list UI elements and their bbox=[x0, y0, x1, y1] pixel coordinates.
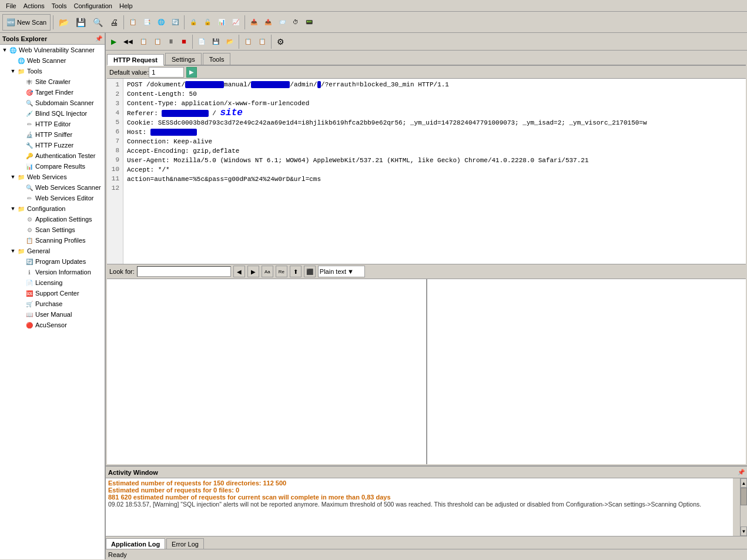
default-value-apply-btn[interactable]: ▶ bbox=[186, 67, 197, 78]
pin-icon[interactable]: 📌 bbox=[95, 35, 102, 42]
toolbar-search-btn[interactable]: 🔍 bbox=[90, 14, 106, 31]
tree-item-configuration[interactable]: ▼📁Configuration bbox=[0, 203, 105, 214]
play-btn[interactable]: ▶ bbox=[108, 33, 119, 50]
toolbar2-btn9[interactable]: 📂 bbox=[223, 33, 236, 50]
tree-item-program-updates[interactable]: 🔄Program Updates bbox=[0, 256, 105, 267]
tree-item-web-services-scanner[interactable]: 🔍Web Services Scanner bbox=[0, 182, 105, 193]
tree-item-tools[interactable]: ▼📁Tools bbox=[0, 66, 105, 76]
menu-file[interactable]: File bbox=[2, 2, 20, 10]
toolbar2: ▶ ◀◀ 📋 📋 ⏸ ⏹ 📄 💾 📂 📋 📋 ⚙ bbox=[106, 33, 747, 51]
left-split-panel[interactable] bbox=[107, 279, 427, 464]
scrollbar-down-btn[interactable]: ▼ bbox=[741, 527, 747, 536]
bottom-tab-app-log[interactable]: Application Log bbox=[106, 538, 165, 549]
tree-item-compare-results[interactable]: 📊Compare Results bbox=[0, 161, 105, 172]
tree-item-blind-sql-injector[interactable]: 💉Blind SQL Injector bbox=[0, 108, 105, 119]
tree-item-purchase[interactable]: 🛒Purchase bbox=[0, 299, 105, 309]
toolbar-btn-7[interactable]: 🌐 bbox=[155, 14, 168, 31]
search-btn-5[interactable]: ⬆ bbox=[290, 266, 302, 277]
tree-item-web-vuln-scanner[interactable]: ▼🌐Web Vulnerability Scanner bbox=[0, 45, 105, 55]
toolbar2-btn3[interactable]: 📋 bbox=[137, 33, 150, 50]
toolbar-open-btn[interactable]: 📂 bbox=[56, 14, 72, 31]
item-icon-version-information: ℹ bbox=[25, 267, 34, 277]
toolbar2-btn7[interactable]: 📄 bbox=[195, 33, 208, 50]
tree-item-site-crawler[interactable]: 🕷Site Crawler bbox=[0, 76, 105, 87]
toolbar-btn-16[interactable]: ⏱ bbox=[290, 14, 302, 31]
search-type-dropdown[interactable]: Plain text ▼ bbox=[318, 266, 365, 277]
search-next-btn[interactable]: ▶ bbox=[247, 266, 259, 277]
toolbar-btn-12[interactable]: 📈 bbox=[229, 14, 242, 31]
search-regex-btn[interactable]: Re bbox=[276, 266, 287, 277]
tree-item-support-center[interactable]: 🆘Support Center bbox=[0, 288, 105, 299]
panel-header: Tools Explorer 📌 bbox=[0, 33, 105, 45]
search-btn-6[interactable]: ⬛ bbox=[304, 266, 316, 277]
bottom-tab-error-log[interactable]: Error Log bbox=[166, 538, 204, 549]
toolbar2-btn4[interactable]: 📋 bbox=[151, 33, 164, 50]
scrollbar-thumb[interactable] bbox=[741, 488, 747, 505]
tree-container[interactable]: ▼🌐Web Vulnerability Scanner 🌐Web Scanner… bbox=[0, 45, 105, 559]
item-label-web-services-editor: Web Services Editor bbox=[35, 195, 93, 202]
toolbar-btn-17[interactable]: 📟 bbox=[303, 14, 316, 31]
tree-item-http-fuzzer[interactable]: 🔧HTTP Fuzzer bbox=[0, 140, 105, 150]
stop-btn[interactable]: ⏹ bbox=[178, 33, 190, 50]
rewind-btn[interactable]: ◀◀ bbox=[120, 33, 136, 50]
toolbar-btn-14[interactable]: 📤 bbox=[262, 14, 274, 31]
tree-item-http-sniffer[interactable]: 🔬HTTP Sniffer bbox=[0, 129, 105, 140]
tree-item-web-scanner[interactable]: 🌐Web Scanner bbox=[0, 55, 105, 66]
toolbar2-btn10[interactable]: 📋 bbox=[242, 33, 254, 50]
menu-configuration[interactable]: Configuration bbox=[71, 2, 116, 10]
toolbar2-btn8[interactable]: 💾 bbox=[209, 33, 222, 50]
activity-pin-icon[interactable]: 📌 bbox=[738, 469, 745, 475]
status-bar: Ready bbox=[106, 549, 747, 559]
new-scan-button[interactable]: 🆕 New Scan bbox=[2, 14, 51, 31]
tree-item-web-services-editor[interactable]: ✏Web Services Editor bbox=[0, 193, 105, 203]
menu-help[interactable]: Help bbox=[116, 2, 136, 10]
menu-actions[interactable]: Actions bbox=[20, 2, 48, 10]
tree-item-http-editor[interactable]: ✏HTTP Editor bbox=[0, 119, 105, 129]
item-icon-acusensor: 🔴 bbox=[25, 320, 34, 330]
search-case-btn[interactable]: Aa bbox=[262, 266, 273, 277]
tree-item-version-information[interactable]: ℹVersion Information bbox=[0, 267, 105, 277]
right-split-panel[interactable] bbox=[427, 279, 746, 464]
toolbar-btn-8[interactable]: 🔄 bbox=[169, 14, 182, 31]
toolbar-btn-9[interactable]: 🔒 bbox=[187, 14, 200, 31]
gear-icon: ⚙ bbox=[277, 37, 284, 46]
tree-item-web-services[interactable]: ▼📁Web Services bbox=[0, 172, 105, 182]
tree-item-licensing[interactable]: 📄Licensing bbox=[0, 277, 105, 288]
tree-item-acusensor[interactable]: 🔴AcuSensor bbox=[0, 320, 105, 330]
default-value-input[interactable] bbox=[149, 67, 184, 78]
default-value-label: Default value: bbox=[109, 69, 149, 76]
tab-tools[interactable]: Tools bbox=[203, 53, 231, 65]
activity-title: Activity Window bbox=[108, 469, 158, 476]
search-icon: 🔍 bbox=[93, 18, 103, 27]
toolbar-btn-10[interactable]: 🔓 bbox=[201, 14, 214, 31]
tree-item-general[interactable]: ▼📁General bbox=[0, 246, 105, 256]
item-label-http-fuzzer: HTTP Fuzzer bbox=[35, 142, 73, 149]
tree-item-subdomain-scanner[interactable]: 🔍Subdomain Scanner bbox=[0, 98, 105, 108]
toolbar-save-btn[interactable]: 💾 bbox=[73, 14, 89, 31]
item-icon-blind-sql-injector: 💉 bbox=[25, 109, 34, 118]
toolbar-btn-5[interactable]: 📋 bbox=[126, 14, 139, 31]
tab-http-request[interactable]: HTTP Request bbox=[107, 54, 164, 66]
toolbar-btn-6[interactable]: 📑 bbox=[140, 14, 153, 31]
toolbar2-btn11[interactable]: 📋 bbox=[256, 33, 269, 50]
toolbar-print-btn[interactable]: 🖨 bbox=[107, 14, 121, 31]
toolbar-btn-15[interactable]: 📨 bbox=[276, 14, 289, 31]
split-area bbox=[107, 279, 746, 464]
activity-scrollbar[interactable]: ▲ ▼ bbox=[740, 478, 747, 536]
tree-item-application-settings[interactable]: ⚙Application Settings bbox=[0, 214, 105, 224]
gear-btn[interactable]: ⚙ bbox=[274, 33, 287, 50]
toolbar-btn-11[interactable]: 📊 bbox=[215, 14, 228, 31]
search-input[interactable] bbox=[137, 266, 231, 277]
pause-btn[interactable]: ⏸ bbox=[165, 33, 177, 50]
tree-item-authentication-tester[interactable]: 🔑Authentication Tester bbox=[0, 150, 105, 161]
search-prev-btn[interactable]: ◀ bbox=[233, 266, 245, 277]
tree-item-target-finder[interactable]: 🎯Target Finder bbox=[0, 87, 105, 98]
toolbar-btn-13[interactable]: 📥 bbox=[247, 14, 260, 31]
tab-settings[interactable]: Settings bbox=[165, 53, 202, 65]
scrollbar-up-btn[interactable]: ▲ bbox=[741, 478, 747, 488]
menu-tools[interactable]: Tools bbox=[48, 2, 71, 10]
tree-item-scanning-profiles[interactable]: 📋Scanning Profiles bbox=[0, 235, 105, 246]
code-area[interactable]: POST /dokument/XXXXXXXXXXmanual/XXXXXXXX… bbox=[123, 79, 746, 264]
tree-item-scan-settings[interactable]: ⚙Scan Settings bbox=[0, 224, 105, 235]
tree-item-user-manual[interactable]: 📖User Manual bbox=[0, 309, 105, 320]
